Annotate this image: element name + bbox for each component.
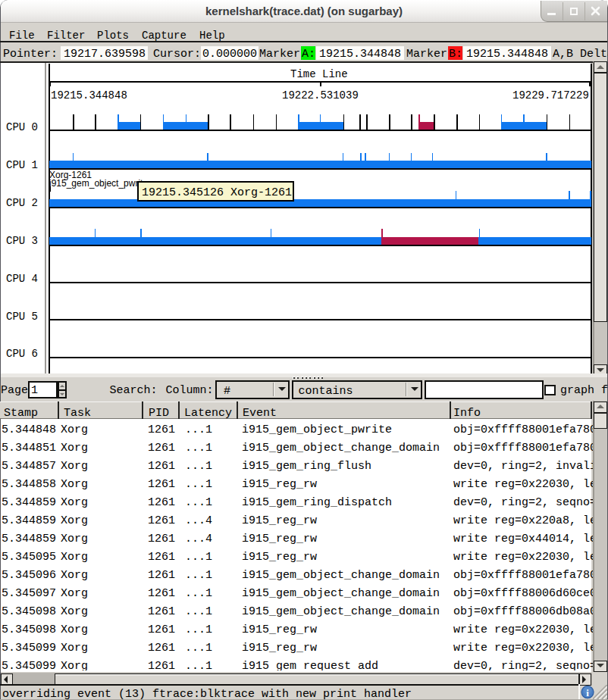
svg-text:i: i <box>586 687 589 698</box>
